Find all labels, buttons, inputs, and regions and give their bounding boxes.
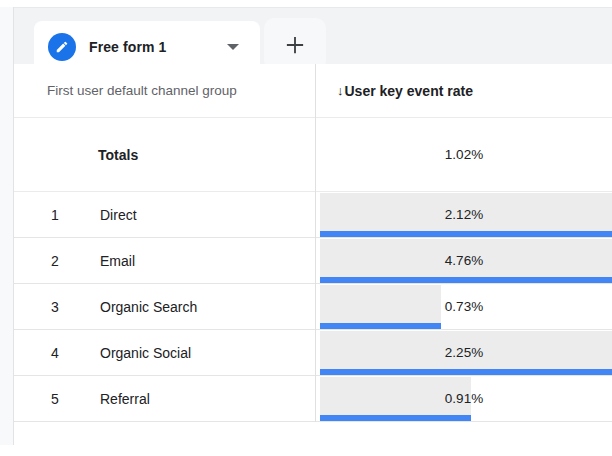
table-row[interactable]: 2 Email 4.76% xyxy=(14,238,612,284)
row-dimension-value: Organic Search xyxy=(100,284,197,329)
exploration-tab-bar: Free form 1 xyxy=(14,7,612,64)
dimension-column-header[interactable]: First user default channel group xyxy=(47,64,237,117)
totals-value: 1.02% xyxy=(316,118,612,191)
plus-icon xyxy=(282,32,308,58)
tab-label: Free form 1 xyxy=(89,39,166,55)
column-divider[interactable] xyxy=(315,64,316,422)
table-header-row: First user default channel group ↓ User … xyxy=(14,64,612,118)
row-metric-value: 2.12% xyxy=(316,192,612,237)
row-index: 2 xyxy=(40,238,70,283)
metric-column-header[interactable]: ↓ User key event rate xyxy=(337,64,473,117)
row-index: 1 xyxy=(40,192,70,237)
row-metric-value: 0.91% xyxy=(316,376,612,421)
table-body: 1 Direct 2.12% 2 Email 4.76% 3 Organic S… xyxy=(14,192,612,422)
totals-row: Totals 1.02% xyxy=(14,118,612,192)
left-gutter xyxy=(0,7,14,445)
totals-label: Totals xyxy=(98,118,138,191)
row-dimension-value: Referral xyxy=(100,376,150,421)
table-row[interactable]: 5 Referral 0.91% xyxy=(14,376,612,422)
row-index: 3 xyxy=(40,284,70,329)
row-metric-value: 4.76% xyxy=(316,238,612,283)
row-index: 5 xyxy=(40,376,70,421)
sort-descending-icon: ↓ xyxy=(337,83,344,98)
row-dimension-value: Email xyxy=(100,238,135,283)
row-index: 4 xyxy=(40,330,70,375)
pencil-icon xyxy=(48,33,76,61)
table-row[interactable]: 3 Organic Search 0.73% xyxy=(14,284,612,330)
row-metric-value: 0.73% xyxy=(316,284,612,329)
row-metric-value: 2.25% xyxy=(316,330,612,375)
metric-header-label: User key event rate xyxy=(345,83,473,99)
table-row[interactable]: 4 Organic Social 2.25% xyxy=(14,330,612,376)
table-row[interactable]: 1 Direct 2.12% xyxy=(14,192,612,238)
row-dimension-value: Direct xyxy=(100,192,137,237)
chevron-down-icon[interactable] xyxy=(227,44,239,50)
row-dimension-value: Organic Social xyxy=(100,330,191,375)
